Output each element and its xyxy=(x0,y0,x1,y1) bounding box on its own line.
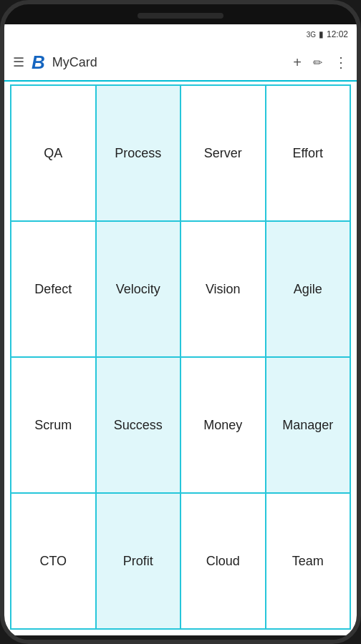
app-bar-actions: + ✏ ⋮ xyxy=(293,54,348,71)
grid-cell-vision[interactable]: Vision xyxy=(180,221,266,357)
app-title: MyCard xyxy=(52,55,287,70)
status-bar: 3G ▮ 12:02 xyxy=(4,24,357,44)
grid-container: QAProcessServerEffortDefectVelocityVisio… xyxy=(4,82,357,635)
clock: 12:02 xyxy=(327,29,348,39)
grid-cell-agile[interactable]: Agile xyxy=(266,221,351,357)
grid-cell-money[interactable]: Money xyxy=(180,357,266,493)
grid-cell-manager[interactable]: Manager xyxy=(266,357,351,493)
screen: 3G ▮ 12:02 ☰ B MyCard + ✏ ⋮ QAProcessSer… xyxy=(4,24,357,635)
add-icon[interactable]: + xyxy=(293,54,302,71)
grid-cell-scrum[interactable]: Scrum xyxy=(11,357,96,493)
bottom-bar xyxy=(4,635,357,640)
bingo-grid: QAProcessServerEffortDefectVelocityVisio… xyxy=(10,84,351,630)
grid-cell-qa[interactable]: QA xyxy=(11,85,96,221)
grid-cell-success[interactable]: Success xyxy=(96,357,181,493)
battery-icon: ▮ xyxy=(319,29,324,39)
grid-cell-server[interactable]: Server xyxy=(180,85,266,221)
grid-cell-defect[interactable]: Defect xyxy=(11,221,96,357)
grid-cell-profit[interactable]: Profit xyxy=(96,493,181,629)
signal-icon: 3G xyxy=(307,31,316,39)
hamburger-icon[interactable]: ☰ xyxy=(13,54,24,70)
speaker xyxy=(138,13,223,19)
status-bar-right: 3G ▮ 12:02 xyxy=(307,29,348,39)
more-options-icon[interactable]: ⋮ xyxy=(334,54,348,71)
edit-icon[interactable]: ✏ xyxy=(313,56,322,69)
grid-cell-process[interactable]: Process xyxy=(96,85,181,221)
grid-cell-team[interactable]: Team xyxy=(266,493,351,629)
grid-cell-cloud[interactable]: Cloud xyxy=(180,493,266,629)
grid-cell-cto[interactable]: CTO xyxy=(11,493,96,629)
grid-cell-effort[interactable]: Effort xyxy=(266,85,351,221)
app-bar: ☰ B MyCard + ✏ ⋮ xyxy=(4,44,357,82)
phone-frame: 3G ▮ 12:02 ☰ B MyCard + ✏ ⋮ QAProcessSer… xyxy=(0,0,361,644)
app-logo: B xyxy=(32,52,45,74)
grid-cell-velocity[interactable]: Velocity xyxy=(96,221,181,357)
